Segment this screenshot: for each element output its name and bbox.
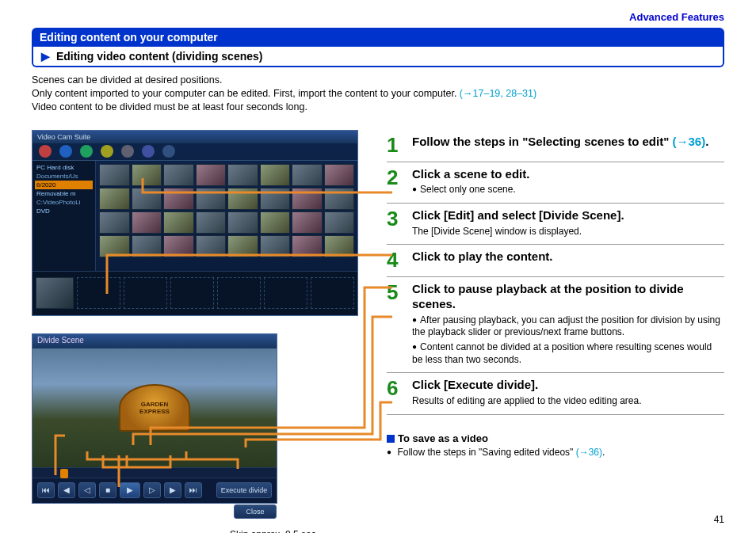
sidebar-item: C:VideoPhotoLi bbox=[35, 198, 93, 207]
divide-window-title: Divide Scene bbox=[32, 334, 277, 348]
scene-thumb bbox=[324, 235, 355, 257]
scene-thumb bbox=[292, 188, 323, 210]
toolbar-icon bbox=[162, 145, 175, 158]
step-desc: Results of editing are applied to the vi… bbox=[412, 395, 724, 408]
scene-thumb bbox=[99, 211, 130, 234]
tray-slot bbox=[311, 277, 354, 309]
editing-tray bbox=[32, 271, 357, 315]
step-note: Select only one scene. bbox=[412, 184, 724, 196]
section-subtitle: Editing video content (dividing scenes) bbox=[56, 50, 263, 63]
tray-slot bbox=[264, 277, 307, 309]
sidebar-item: PC Hard disk bbox=[35, 163, 93, 172]
scene-thumb bbox=[132, 164, 162, 186]
toolbar-icon bbox=[80, 145, 93, 158]
sidebar-item: DVD bbox=[35, 207, 93, 215]
step-number: 4 bbox=[387, 249, 404, 270]
scene-thumb bbox=[324, 211, 355, 234]
step-note: Content cannot be divided at a position … bbox=[412, 341, 724, 366]
scene-thumb bbox=[132, 235, 162, 257]
save-line: Follow the steps in "Saving edited video… bbox=[387, 447, 724, 459]
play-button[interactable]: ▶ bbox=[120, 482, 140, 498]
frame-fwd-button[interactable]: ▷ bbox=[143, 482, 161, 498]
scene-thumb bbox=[196, 235, 227, 257]
step-title: Follow the steps in "Selecting scenes to… bbox=[412, 135, 724, 150]
prev-frame-button[interactable]: ◀ bbox=[58, 482, 75, 498]
step-number: 1 bbox=[387, 135, 404, 155]
preview-content: GARDENEXPRESS bbox=[119, 384, 190, 432]
scene-thumb bbox=[196, 164, 227, 186]
intro-line-2: Only content imported to your computer c… bbox=[32, 87, 724, 101]
toolbar-icon bbox=[39, 145, 52, 158]
scene-thumb bbox=[132, 211, 162, 234]
scene-thumb bbox=[196, 211, 227, 234]
tray-slot bbox=[77, 277, 120, 309]
page-ref-link[interactable]: (→36) bbox=[576, 447, 602, 458]
thumbnail-grid bbox=[96, 161, 357, 287]
scene-thumb bbox=[292, 211, 323, 234]
step-4: 4 Click to play the content. bbox=[387, 245, 724, 277]
step-1: 1 Follow the steps in "Selecting scenes … bbox=[387, 130, 724, 162]
scene-thumb bbox=[324, 188, 355, 210]
scene-thumb bbox=[260, 211, 291, 234]
page-number: 41 bbox=[714, 514, 724, 525]
tray-slot bbox=[217, 277, 261, 309]
app-toolbar bbox=[32, 143, 357, 161]
scene-thumb bbox=[292, 164, 323, 186]
page-ref-link[interactable]: (→17–19, 28–31) bbox=[460, 88, 536, 99]
step-title: Click to pause playback at the position … bbox=[412, 282, 724, 312]
toolbar-icon bbox=[142, 145, 155, 158]
scene-thumb bbox=[324, 164, 355, 186]
step-title: Click a scene to edit. bbox=[412, 167, 724, 182]
scene-thumb bbox=[227, 235, 258, 257]
scene-thumb bbox=[163, 211, 194, 234]
breadcrumb: Advanced Features bbox=[32, 11, 724, 23]
step-note: After pausing playback, you can adjust t… bbox=[412, 314, 724, 339]
step-6: 6 Click [Execute divide]. Results of edi… bbox=[387, 373, 724, 414]
scene-thumb bbox=[132, 188, 162, 210]
step-3: 3 Click [Edit] and select [Divide Scene]… bbox=[387, 204, 724, 245]
skip-fwd-button[interactable]: ⏭ bbox=[185, 482, 202, 498]
scene-thumb bbox=[163, 188, 194, 210]
sidebar-item: Documents/Us bbox=[35, 172, 93, 181]
scene-thumb bbox=[227, 164, 258, 186]
page-ref-link[interactable]: (→36) bbox=[672, 135, 705, 148]
scene-thumb bbox=[260, 188, 291, 210]
scene-thumb bbox=[260, 164, 291, 186]
slider-knob-icon[interactable] bbox=[60, 469, 68, 478]
step-number: 5 bbox=[387, 282, 404, 366]
execute-divide-button[interactable]: Execute divide bbox=[216, 482, 272, 498]
intro-text: Scenes can be divided at desired positio… bbox=[32, 74, 724, 114]
step-number: 6 bbox=[387, 378, 404, 407]
section-subtitle-bar: ▶ Editing video content (dividing scenes… bbox=[32, 47, 724, 67]
app-main-screenshot: Video Cam Suite PC Hard disk Documents/U… bbox=[32, 130, 358, 316]
intro-line-1: Scenes can be divided at desired positio… bbox=[32, 74, 724, 87]
frame-back-button[interactable]: ◁ bbox=[78, 482, 96, 498]
save-heading: To save as a video bbox=[387, 432, 724, 444]
scene-thumb bbox=[227, 211, 258, 234]
scene-thumb bbox=[260, 235, 291, 257]
scene-thumb bbox=[163, 235, 194, 257]
scene-thumb bbox=[99, 188, 130, 210]
intro-line-3: Video content to be divided must be at l… bbox=[32, 101, 724, 114]
tray-slot bbox=[124, 277, 167, 309]
scene-thumb bbox=[227, 188, 258, 210]
skip-back-button[interactable]: ⏮ bbox=[37, 482, 55, 498]
tray-slot bbox=[170, 277, 214, 309]
close-button[interactable]: Close bbox=[234, 504, 277, 519]
video-preview: GARDENEXPRESS bbox=[32, 348, 277, 467]
divide-scene-screenshot: Divide Scene GARDENEXPRESS ⏮ ◀ ◁ ■ ▶ ▷ ▶… bbox=[32, 333, 277, 504]
step-2: 2 Click a scene to edit. Select only one… bbox=[387, 162, 724, 204]
scene-thumb bbox=[99, 235, 130, 257]
playback-controls: ⏮ ◀ ◁ ■ ▶ ▷ ▶ ⏭ Execute divide bbox=[32, 478, 277, 502]
next-frame-button[interactable]: ▶ bbox=[164, 482, 181, 498]
playback-slider[interactable] bbox=[32, 467, 277, 478]
step-5: 5 Click to pause playback at the positio… bbox=[387, 277, 724, 373]
step-title: Click [Edit] and select [Divide Scene]. bbox=[412, 208, 724, 223]
stop-button[interactable]: ■ bbox=[99, 482, 116, 498]
step-number: 2 bbox=[387, 167, 404, 196]
sidebar-item: Removable m bbox=[35, 189, 93, 198]
screenshots-column: Video Cam Suite PC Hard disk Documents/U… bbox=[32, 130, 365, 533]
square-bullet-icon bbox=[387, 435, 395, 443]
section-title-bar: Editing content on your computer bbox=[32, 28, 724, 47]
step-title: Click to play the content. bbox=[412, 249, 724, 265]
